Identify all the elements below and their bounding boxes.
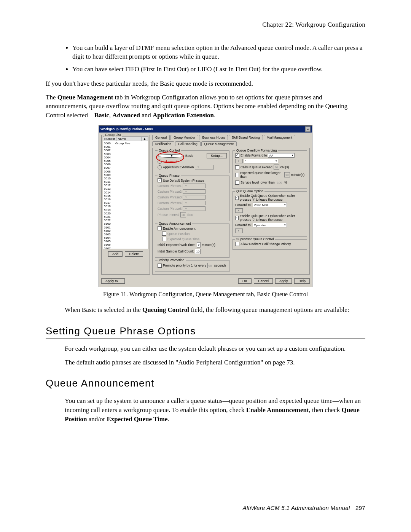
phrase-select[interactable] <box>183 206 206 211</box>
tab-mail-management[interactable]: Mail Management <box>264 135 296 140</box>
text: Application Extension <box>153 112 214 119</box>
advanced-radio[interactable] <box>158 160 162 164</box>
quit-digit2-select[interactable] <box>235 228 243 233</box>
queue-position-checkbox[interactable] <box>162 232 166 236</box>
tab-skill-based-routing[interactable]: Skill Based Routing <box>229 135 263 140</box>
ok-button[interactable]: OK <box>238 278 252 284</box>
list-item[interactable]: 5002 <box>104 149 147 152</box>
queue-overflow-fieldset: Queue Overflow Forwarding Enable Forward… <box>233 150 307 189</box>
quit-opt1-checkbox[interactable] <box>235 196 239 200</box>
list-item[interactable]: 5012 <box>104 184 147 187</box>
legend: Supervisor Queue Control <box>235 237 275 241</box>
text: Advanced <box>112 112 140 119</box>
list-item[interactable]: 5101 <box>104 226 147 229</box>
list-item[interactable]: 5013 <box>104 187 147 190</box>
svc-spinner[interactable]: 100 <box>276 180 283 185</box>
list-item[interactable]: 5009 <box>104 173 147 177</box>
priority-spinner[interactable]: 60 <box>207 263 213 268</box>
list-item[interactable]: 5014 <box>104 191 147 194</box>
expected-queue-time-checkbox[interactable] <box>162 237 166 241</box>
list-item[interactable]: 5001 <box>104 145 147 149</box>
supervisor-checkbox[interactable] <box>235 242 239 246</box>
list-item[interactable]: 5106 <box>104 243 147 246</box>
tab-notification[interactable]: Notification <box>152 141 174 146</box>
list-item[interactable]: 5018 <box>104 204 147 208</box>
quit-opt2-checkbox[interactable] <box>235 216 239 220</box>
scroll-up-icon[interactable]: ▲ <box>142 137 148 141</box>
col-number[interactable]: Number <box>103 137 116 141</box>
cancel-button[interactable]: Cancel <box>254 278 273 284</box>
close-icon[interactable]: × <box>305 126 311 132</box>
digit-value-select[interactable]: 1 <box>244 159 278 163</box>
delete-button[interactable]: Delete <box>125 251 143 257</box>
tab-general[interactable]: General <box>152 135 170 140</box>
quit-fwd2-select[interactable]: Operator <box>253 223 287 227</box>
tab-call-handling[interactable]: Call Handling <box>175 141 201 146</box>
text: Queuing Control <box>142 306 189 313</box>
add-button[interactable]: Add <box>108 251 123 257</box>
list-item[interactable]: 5006 <box>104 163 147 166</box>
tab-queue-management[interactable]: Queue Management <box>201 141 237 146</box>
list-item[interactable]: 5015 <box>104 194 147 198</box>
list-item[interactable]: 5020 <box>104 212 147 215</box>
tab-business-hours[interactable]: Business Hours <box>199 135 228 140</box>
exp-longer-checkbox[interactable] <box>235 173 239 177</box>
list-item[interactable]: 5105 <box>104 240 147 243</box>
help-button[interactable]: Help <box>294 278 310 284</box>
phrase-select[interactable] <box>183 195 206 200</box>
calls-exceed-checkbox[interactable] <box>235 165 239 169</box>
use-default-checkbox[interactable] <box>158 178 162 182</box>
list-item[interactable]: 5107 <box>104 247 147 249</box>
list-item[interactable]: 5100 <box>104 222 147 225</box>
list-item[interactable]: 5005 <box>104 159 147 163</box>
legend: Queue Phrase <box>158 174 181 177</box>
priority-checkbox[interactable] <box>158 264 162 268</box>
col-name[interactable]: Name <box>116 137 142 141</box>
group-list-rows[interactable]: 5000Group Five50015002500350045005500650… <box>103 141 148 249</box>
exp-longer-spinner[interactable]: 10 <box>284 172 290 177</box>
list-item[interactable]: 5102 <box>104 229 147 233</box>
iscc-spinner[interactable]: 10 <box>195 249 201 254</box>
footer-manual: AltiWare ACM 5.1 Administration Manual <box>243 505 350 511</box>
enable-forward-checkbox[interactable] <box>235 153 239 158</box>
list-item[interactable]: 5011 <box>104 180 147 184</box>
svc-level-checkbox[interactable] <box>235 181 239 185</box>
apply-to-button[interactable]: Apply to... <box>101 278 125 284</box>
legend: Queue Control <box>158 149 181 152</box>
list-item[interactable]: 5104 <box>104 236 147 240</box>
appext-select[interactable] <box>195 165 214 169</box>
quit-digit1-select[interactable] <box>235 208 243 213</box>
list-item[interactable]: 5019 <box>104 208 147 212</box>
list-item[interactable]: 5010 <box>104 177 147 180</box>
phrase-select[interactable] <box>183 184 206 188</box>
basic-radio[interactable] <box>158 154 184 158</box>
setup-button[interactable]: Setup... <box>207 153 227 158</box>
priority-unit: seconds <box>214 264 226 267</box>
interval-spinner[interactable]: 30 <box>180 212 186 217</box>
apply-button[interactable]: Apply <box>275 278 292 284</box>
list-item[interactable]: 5016 <box>104 198 147 201</box>
list-item[interactable]: 5022 <box>104 219 147 222</box>
list-item[interactable]: 5103 <box>104 233 147 236</box>
list-item[interactable]: 5003 <box>104 152 147 156</box>
phrase-select[interactable] <box>183 201 206 205</box>
list-item[interactable]: 5004 <box>104 156 147 159</box>
svc-unit: % <box>284 181 287 184</box>
appext-radio[interactable] <box>158 165 162 169</box>
list-item[interactable]: 5021 <box>104 215 147 219</box>
phrase-select[interactable] <box>183 189 206 194</box>
list-item[interactable]: 5008 <box>104 170 147 173</box>
forward-to-select[interactable]: AA <box>268 153 295 158</box>
tab-group-member[interactable]: Group Member <box>170 135 198 140</box>
enable-announcement-checkbox[interactable] <box>158 226 162 230</box>
list-item[interactable]: 5007 <box>104 166 147 169</box>
section-heading: Setting Queue Phrase Options <box>46 325 365 337</box>
supervisor-label: Allow Redirect Call/Change Priority <box>241 242 291 246</box>
quit-fwd1-select[interactable]: Voice Mail <box>253 203 287 207</box>
text: Queue Management <box>57 94 113 101</box>
iewt-spinner[interactable]: 2 <box>197 242 201 248</box>
list-item[interactable]: 5000Group Five <box>104 142 147 145</box>
calls-exceed-spinner[interactable]: 20 <box>274 165 279 170</box>
list-item[interactable]: 5017 <box>104 201 147 204</box>
digit-select[interactable] <box>235 159 243 163</box>
